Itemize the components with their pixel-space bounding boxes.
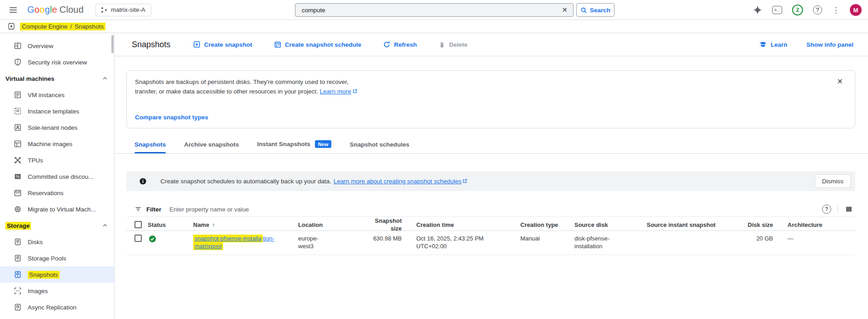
main-content: Snapshots Create snapshot xyxy=(115,33,868,319)
table-help-icon[interactable]: ? xyxy=(822,205,831,214)
architecture-cell: — xyxy=(773,235,855,242)
sidebar-scrollbar[interactable] xyxy=(111,35,114,53)
sidebar-section-virtual-machines[interactable]: Virtual machines xyxy=(0,70,114,87)
search-icon xyxy=(580,7,587,14)
more-options-icon[interactable]: ⋮ xyxy=(832,5,840,15)
page-header: Snapshots Create snapshot xyxy=(115,33,868,56)
dismiss-button[interactable]: Dismiss xyxy=(815,174,851,188)
filter-input[interactable]: Enter property name or value xyxy=(170,206,822,213)
column-header-architecture[interactable]: Architecture xyxy=(773,221,855,229)
sidebar-item-security-risk-overview[interactable]: Security risk overview xyxy=(0,54,114,70)
machine-images-icon xyxy=(14,140,22,148)
sidebar-section-storage[interactable]: Storage xyxy=(0,217,114,234)
column-header-creation-time[interactable]: Creation time xyxy=(416,221,520,229)
snapshots-table: Filter Enter property name or value ? St… xyxy=(126,202,855,255)
source-disk-cell: disk-pfsense-installation xyxy=(574,235,647,250)
breadcrumb: Compute Engine/Snapshots xyxy=(0,20,868,33)
close-icon[interactable]: ✕ xyxy=(837,77,843,86)
snapshots-icon xyxy=(14,270,22,279)
topbar-utilities: >_ 2 ? ⋮ M xyxy=(753,0,862,20)
chevron-up-icon[interactable] xyxy=(102,76,108,81)
search-button[interactable]: Search xyxy=(576,3,614,17)
show-info-panel-button[interactable]: Show info panel xyxy=(807,41,854,48)
graduation-cap-icon xyxy=(759,41,767,48)
sidebar-item-machine-images[interactable]: Machine images xyxy=(0,136,114,152)
sidebar-item-images[interactable]: Images xyxy=(0,283,114,299)
google-logo-google: Google xyxy=(27,5,57,15)
refresh-icon xyxy=(383,41,390,48)
external-link-icon xyxy=(352,88,358,94)
create-snapshot-schedule-button[interactable]: Create snapshot schedule xyxy=(274,41,361,48)
sidebar-item-reservations[interactable]: Reservations xyxy=(0,185,114,201)
external-link-icon xyxy=(462,178,468,184)
sidebar: Overview Security risk overview Virtual … xyxy=(0,33,115,319)
project-selector[interactable]: matrix-site-A xyxy=(95,4,151,16)
sidebar-item-migrate-to-virtual-machines[interactable]: Migrate to Virtual Mach... xyxy=(0,201,114,217)
divider xyxy=(838,205,838,214)
tab-archive-snapshots[interactable]: Archive snapshots xyxy=(184,141,239,153)
calendar-icon xyxy=(14,189,22,197)
delete-button[interactable]: Delete xyxy=(439,41,468,48)
breadcrumb-text[interactable]: Compute Engine/Snapshots xyxy=(20,23,105,30)
column-header-status[interactable]: Status xyxy=(148,221,193,229)
sidebar-item-vm-instances[interactable]: VM instances xyxy=(0,87,114,103)
sidebar-item-overview[interactable]: Overview xyxy=(0,38,114,54)
column-header-snapshot-size[interactable]: Snapshot size xyxy=(373,217,416,232)
search-value: compute xyxy=(302,7,562,14)
select-all-checkbox[interactable] xyxy=(135,221,142,228)
info-card-text: Snapshots are backups of persistent disk… xyxy=(135,77,389,96)
help-icon[interactable]: ? xyxy=(813,5,822,15)
hamburger-menu-icon[interactable] xyxy=(7,4,19,16)
disk-size-cell: 20 GB xyxy=(727,235,773,242)
column-header-source-instant-snapshot[interactable]: Source instant snapshot xyxy=(647,221,727,229)
create-snapshot-button[interactable]: Create snapshot xyxy=(193,41,252,48)
tab-instant-snapshots[interactable]: Instant Snapshots New xyxy=(257,140,332,153)
status-ok-icon xyxy=(149,235,156,243)
top-navigation-bar: Google Cloud matrix-site-A compute ✕ Sea… xyxy=(0,0,868,20)
sidebar-item-storage-pools[interactable]: Storage Pools xyxy=(0,250,114,266)
sidebar-item-async-replication[interactable]: Async Replication xyxy=(0,299,114,315)
learn-button[interactable]: Learn xyxy=(759,41,788,48)
sidebar-item-snapshots[interactable]: Snapshots xyxy=(0,266,114,283)
google-cloud-logo[interactable]: Google Cloud xyxy=(27,5,84,15)
column-header-disk-size[interactable]: Disk size xyxy=(727,221,773,229)
learn-more-link[interactable]: Learn more xyxy=(320,88,351,95)
search-clear-icon[interactable]: ✕ xyxy=(562,6,568,14)
row-checkbox[interactable] xyxy=(135,235,142,242)
creation-time-cell: Oct 16, 2025, 2:43:25 PMUTC+02:00 xyxy=(416,235,520,250)
shield-icon xyxy=(14,58,22,66)
instance-templates-icon xyxy=(14,107,22,115)
sort-ascending-icon: ↑ xyxy=(212,221,215,228)
search-input[interactable]: compute ✕ xyxy=(295,3,574,17)
column-header-creation-type[interactable]: Creation type xyxy=(520,221,574,229)
sidebar-item-sole-tenant-nodes[interactable]: Sole-tenant nodes xyxy=(0,119,114,136)
sidebar-item-disks[interactable]: Disks xyxy=(0,234,114,250)
chevron-up-icon[interactable] xyxy=(102,223,108,228)
sidebar-item-tpus[interactable]: TPUs xyxy=(0,152,114,168)
column-display-icon[interactable] xyxy=(845,206,853,213)
gemini-sparkle-icon[interactable] xyxy=(753,5,762,15)
info-icon xyxy=(139,177,147,185)
google-logo-cloud: Cloud xyxy=(60,5,84,15)
refresh-button[interactable]: Refresh xyxy=(383,41,417,48)
new-badge: New xyxy=(315,140,332,148)
snapshot-name-link[interactable]: snapshot-pfsense-installation-matrixpost xyxy=(193,235,274,250)
sidebar-item-committed-use-discounts[interactable]: % Committed use discou... xyxy=(0,168,114,185)
compute-engine-icon xyxy=(7,22,15,30)
tpus-icon xyxy=(14,156,22,164)
sidebar-item-label: Overview xyxy=(28,43,53,49)
cloud-shell-icon[interactable]: >_ xyxy=(772,6,782,14)
column-header-name[interactable]: Name↑ xyxy=(193,221,298,229)
column-header-location[interactable]: Location xyxy=(298,221,373,229)
trash-icon xyxy=(439,41,445,48)
avatar[interactable]: M xyxy=(850,4,862,16)
notifications-badge[interactable]: 2 xyxy=(792,5,803,15)
tab-snapshots[interactable]: Snapshots xyxy=(135,141,166,153)
banner-learn-more-link[interactable]: Learn more about creating snapshot sched… xyxy=(334,178,461,185)
tab-snapshot-schedules[interactable]: Snapshot schedules xyxy=(349,141,409,153)
creation-type-cell: Manual xyxy=(520,235,574,242)
column-header-source-disk[interactable]: Source disk xyxy=(574,221,647,229)
compare-snapshot-types-link[interactable]: Compare snapshot types xyxy=(135,114,208,121)
tab-bar: Snapshots Archive snapshots Instant Snap… xyxy=(115,139,868,154)
sidebar-item-instance-templates[interactable]: Instance templates xyxy=(0,103,114,119)
